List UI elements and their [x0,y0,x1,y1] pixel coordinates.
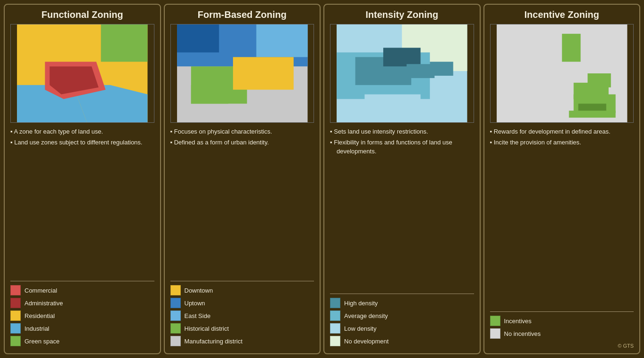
legend-item-historical: Historical district [170,323,314,334]
intensity-bullet-1: Sets land use intensity restrictions. [330,127,474,136]
legend-item-uptown: Uptown [170,298,314,308]
incentive-bullet-1: Rewards for development in defined areas… [490,127,634,136]
legend-item-manufacturing: Manufacturing district [170,336,314,346]
legend-item-low-density: Low density [330,323,474,334]
industrial-swatch [10,323,21,334]
downtown-swatch [170,285,181,295]
legend-item-high-density: High density [330,298,474,308]
svg-rect-27 [588,73,611,88]
average-density-swatch [330,310,340,321]
svg-rect-11 [233,57,293,89]
intensity-zoning-map [330,24,474,123]
high-density-swatch [330,298,340,308]
low-density-swatch [330,323,340,334]
uptown-swatch [170,298,181,308]
incentive-zoning-title: Incentive Zoning [490,9,634,20]
intensity-legend: High density Average density Low density… [330,298,474,349]
downtown-label: Downtown [185,287,213,294]
svg-rect-3 [101,24,147,62]
legend-item-no-development: No development [330,336,474,346]
incentive-divider [490,311,634,312]
functional-zoning-title: Functional Zoning [10,9,154,20]
copyright-text: © GTS [490,341,634,349]
high-density-label: High density [344,300,378,307]
eastside-swatch [170,310,181,321]
form-based-bullet-1: Focuses on physical characteristics. [170,127,314,136]
no-development-swatch [330,336,340,346]
svg-rect-9 [177,24,219,52]
incentives-label: Incentives [504,318,532,325]
incentive-zoning-map [490,24,634,123]
greenspace-label: Green space [24,338,59,345]
intensity-zoning-bullets: Sets land use intensity restrictions. Fl… [330,127,474,158]
greenspace-swatch [10,336,21,346]
form-based-bullet-2: Defined as a form of urban identity. [170,138,314,147]
legend-item-no-incentives: No incentives [490,328,634,339]
incentives-swatch [490,316,500,326]
legend-item-average-density: Average density [330,310,474,321]
incentive-zoning-bullets: Rewards for development in defined areas… [490,127,634,149]
industrial-label: Industrial [24,325,49,332]
form-based-legend: Downtown Uptown East Side Historical dis… [170,285,314,349]
historical-swatch [170,323,181,334]
form-based-zoning-map [170,24,314,123]
form-based-zoning-title: Form-Based Zoning [170,9,314,20]
intensity-divider [330,294,474,294]
manufacturing-label: Manufacturing district [185,338,243,345]
functional-zoning-card: Functional Zoning A zone for each type o… [4,4,161,354]
functional-zoning-map [10,24,154,123]
commercial-label: Commercial [24,287,57,294]
residential-label: Residential [24,312,55,319]
incentive-bullet-2: Incite the provision of amenities. [490,138,634,147]
legend-item-incentives: Incentives [490,316,634,326]
legend-item-residential: Residential [10,310,154,321]
administrative-label: Administrative [24,300,63,307]
svg-rect-25 [569,111,615,118]
uptown-label: Uptown [185,300,205,307]
functional-zoning-bullets: A zone for each type of land use. Land u… [10,127,154,149]
svg-rect-8 [256,24,307,57]
administrative-swatch [10,298,21,308]
svg-rect-12 [191,85,228,104]
commercial-swatch [10,285,21,295]
functional-bullet-2: Land use zones subject to different regu… [10,138,154,147]
svg-rect-17 [383,48,420,67]
intensity-bullet-2: Flexibility in forms and functions of la… [330,138,474,156]
svg-rect-22 [562,34,580,62]
incentive-zoning-card: Incentive Zoning Rewards for development… [483,4,641,354]
legend-item-greenspace: Green space [10,336,154,346]
no-incentives-label: No incentives [504,330,541,337]
intensity-zoning-card: Intensity Zoning Sets land use intensity… [323,4,481,354]
eastside-label: East Side [185,312,211,319]
legend-item-industrial: Industrial [10,323,154,334]
form-based-zoning-card: Form-Based Zoning Focuses on physical ch… [164,4,321,354]
incentive-legend: Incentives No incentives [490,316,634,341]
no-incentives-swatch [490,328,500,339]
svg-rect-19 [365,95,421,113]
legend-item-eastside: East Side [170,310,314,321]
form-based-divider [170,281,314,281]
functional-bullet-1: A zone for each type of land use. [10,127,154,136]
legend-item-commercial: Commercial [10,285,154,295]
low-density-label: Low density [344,325,377,332]
manufacturing-swatch [170,336,181,346]
svg-rect-20 [430,62,453,76]
legend-item-administrative: Administrative [10,298,154,308]
form-based-zoning-bullets: Focuses on physical characteristics. Def… [170,127,314,149]
average-density-label: Average density [344,312,388,319]
historical-label: Historical district [185,325,229,332]
no-development-label: No development [344,338,389,345]
functional-legend: Commercial Administrative Residential In… [10,285,154,349]
legend-item-downtown: Downtown [170,285,314,295]
residential-swatch [10,310,21,321]
intensity-zoning-title: Intensity Zoning [330,9,474,20]
functional-divider [10,281,154,281]
